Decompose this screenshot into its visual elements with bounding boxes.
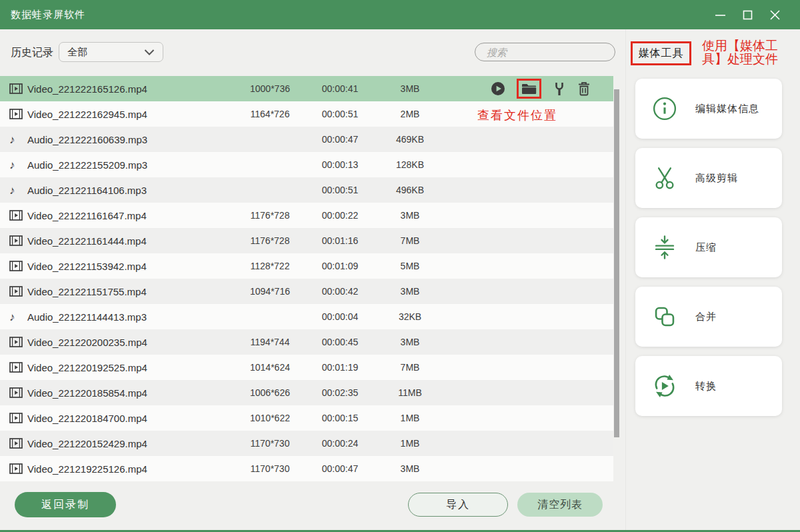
media-tool-label: 编辑媒体信息: [695, 103, 759, 115]
media-tools-panel: 编辑媒体信息 高级剪辑 压缩 合并 转换: [635, 79, 782, 416]
recording-row[interactable]: Video_221221151755.mp4 1094*716 00:00:42…: [0, 279, 613, 304]
file-name: Video_221220184700.mp4: [27, 413, 233, 424]
maximize-icon: [743, 10, 753, 20]
video-file-icon: [9, 261, 23, 271]
merge-icon: [651, 303, 678, 330]
file-name: Audio_221221144413.mp3: [27, 311, 233, 323]
video-file-icon: [9, 362, 23, 373]
file-size: 128KB: [373, 159, 447, 170]
file-duration: 00:00:24: [307, 438, 373, 449]
minimize-icon: [715, 10, 725, 20]
file-duration: 00:00:51: [307, 109, 373, 119]
video-file-icon: [9, 286, 23, 297]
file-size: 496KB: [373, 185, 447, 195]
close-button[interactable]: [770, 10, 780, 20]
file-size: 3MB: [373, 463, 447, 474]
file-duration: 00:00:15: [307, 413, 373, 423]
file-name: Audio_221222160639.mp3: [27, 134, 233, 145]
file-size: 2MB: [373, 109, 447, 119]
recording-row[interactable]: Video_221220184700.mp4 1010*622 00:00:15…: [0, 405, 613, 431]
file-name: Audio_221222155209.mp3: [27, 159, 233, 171]
recording-row[interactable]: Video_221221153942.mp4 1128*722 00:01:09…: [0, 253, 613, 279]
clear-list-button[interactable]: 清空列表: [517, 493, 603, 517]
file-resolution: 1010*622: [233, 413, 307, 423]
file-size: 1MB: [373, 413, 447, 423]
import-button[interactable]: 导入: [408, 493, 508, 517]
maximize-button[interactable]: [743, 10, 753, 20]
file-name: Video_221221161647.mp4: [27, 210, 233, 221]
media-tool-label: 转换: [695, 380, 717, 393]
file-name: Video_221220185854.mp4: [27, 387, 233, 399]
video-file-icon: [9, 337, 23, 347]
file-size: 3MB: [373, 210, 447, 221]
info-circle-icon: [651, 95, 678, 122]
back-to-record-button[interactable]: 返回录制: [15, 492, 116, 517]
filter-value: 全部: [67, 46, 87, 59]
folder-icon: [521, 83, 537, 95]
recording-row[interactable]: ♪ Audio_221221144413.mp3 00:00:04 32KB: [0, 304, 613, 329]
search-input[interactable]: [487, 47, 619, 58]
recording-row[interactable]: ♪ Audio_221222160639.mp3 00:00:47 469KB: [0, 127, 613, 152]
recording-list: Video_221222165126.mp4 1000*736 00:00:41…: [0, 76, 613, 481]
media-tool-card-info-circle[interactable]: 编辑媒体信息: [635, 79, 782, 139]
file-size: 3MB: [373, 286, 447, 297]
file-duration: 00:01:09: [307, 261, 373, 271]
history-label: 历史记录: [11, 46, 53, 60]
recording-row[interactable]: Video_221220185854.mp4 1006*626 00:02:35…: [0, 380, 613, 405]
media-tool-card-merge[interactable]: 合并: [635, 287, 782, 347]
file-size: 1MB: [373, 438, 447, 449]
file-size: 5MB: [373, 261, 447, 271]
recording-row[interactable]: Video_221220152429.mp4 1170*730 00:00:24…: [0, 431, 613, 456]
recording-row[interactable]: Video_221221161444.mp4 1176*728 00:01:16…: [0, 228, 613, 253]
recording-row[interactable]: Video_221221161647.mp4 1176*728 00:00:22…: [0, 203, 613, 228]
recording-row[interactable]: ♪ Audio_221221164106.mp3 00:00:51 496KB: [0, 177, 613, 203]
media-tool-card-scissors[interactable]: 高级剪辑: [635, 148, 782, 208]
wrench-icon: [553, 81, 566, 96]
media-tool-card-compress[interactable]: 压缩: [635, 217, 782, 277]
media-tool-card-convert[interactable]: 转换: [635, 356, 782, 416]
file-name: Video_221220200235.mp4: [27, 337, 233, 348]
video-file-icon: [9, 83, 23, 94]
minimize-button[interactable]: [715, 10, 725, 20]
tools-button[interactable]: [553, 81, 566, 96]
app-title: 数据蛙录屏软件: [11, 9, 85, 21]
file-duration: 00:00:04: [307, 311, 373, 322]
file-name: Video_221222165126.mp4: [27, 83, 233, 95]
media-tool-label: 高级剪辑: [695, 172, 738, 185]
file-size: 469KB: [373, 134, 447, 145]
chevron-down-icon: [144, 49, 155, 55]
file-resolution: 1170*730: [233, 463, 307, 474]
video-file-icon: [9, 235, 23, 246]
file-duration: 00:00:51: [307, 185, 373, 195]
close-icon: [770, 10, 780, 20]
play-button[interactable]: [491, 81, 505, 96]
video-file-icon: [9, 109, 23, 119]
audio-file-icon: ♪: [9, 185, 15, 196]
file-size: 7MB: [373, 235, 447, 246]
list-scrollbar[interactable]: [614, 89, 619, 437]
folder-highlight-box: [517, 79, 541, 99]
folder-button[interactable]: [521, 83, 537, 95]
delete-button[interactable]: [577, 81, 591, 96]
video-file-icon: [9, 413, 23, 423]
filter-dropdown[interactable]: 全部: [59, 42, 163, 62]
video-file-icon: [9, 387, 23, 398]
audio-file-icon: ♪: [9, 159, 15, 171]
search-box[interactable]: [475, 43, 615, 61]
file-name: Video_221221151755.mp4: [27, 286, 233, 297]
file-size: 7MB: [373, 362, 447, 373]
file-duration: 00:00:41: [307, 83, 373, 94]
recording-row[interactable]: Video_221219225126.mp4 1170*730 00:00:47…: [0, 456, 613, 481]
recording-row[interactable]: Video_221220200235.mp4 1194*744 00:00:45…: [0, 329, 613, 355]
file-size: 3MB: [373, 337, 447, 347]
file-name: Video_221222162945.mp4: [27, 109, 233, 120]
recording-row[interactable]: Video_221222165126.mp4 1000*736 00:00:41…: [0, 76, 613, 101]
file-resolution: 1014*624: [233, 362, 307, 373]
file-duration: 00:00:42: [307, 286, 373, 297]
recording-row[interactable]: Video_221220192525.mp4 1014*624 00:01:19…: [0, 355, 613, 380]
sidebar-divider: [625, 29, 626, 532]
file-name: Video_221220192525.mp4: [27, 362, 233, 373]
recording-row[interactable]: ♪ Audio_221222155209.mp3 00:00:13 128KB: [0, 152, 613, 177]
file-resolution: 1164*726: [233, 109, 307, 119]
trash-icon: [577, 81, 591, 96]
